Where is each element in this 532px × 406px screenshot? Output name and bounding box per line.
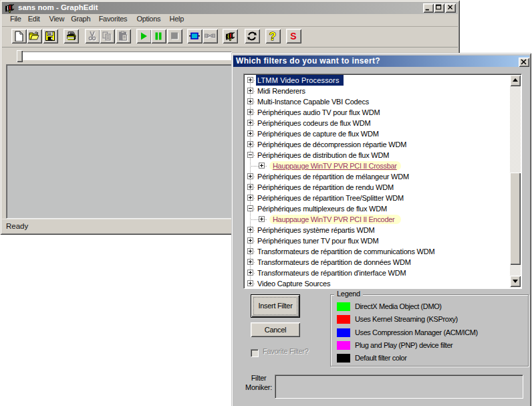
svg-text:S: S xyxy=(290,31,296,41)
svg-text:?: ? xyxy=(269,31,276,41)
